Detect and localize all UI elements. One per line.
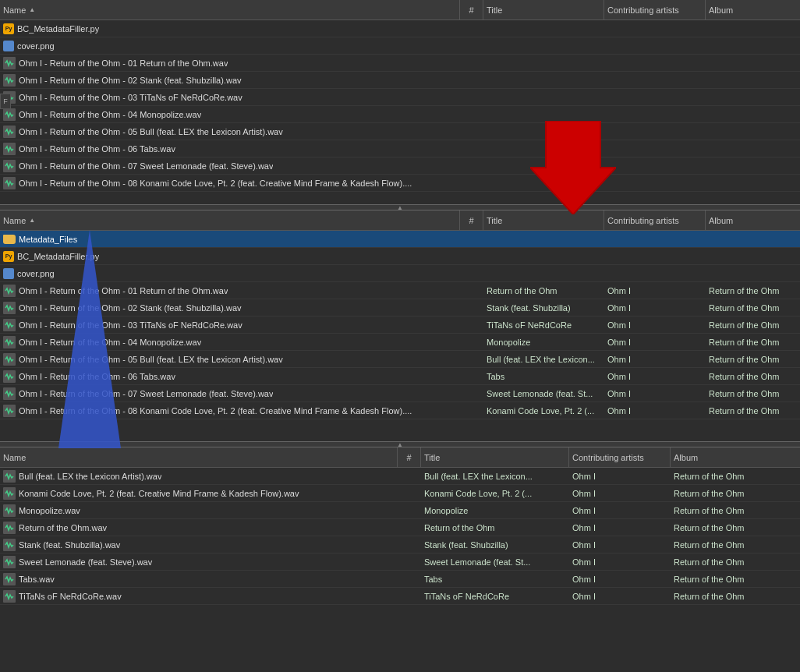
wav-icon-p3b [3, 487, 16, 500]
panel3-hash-col-label: # [406, 453, 411, 462]
panel3-row-5[interactable]: Stank (feat. Shubzilla).wav Stank (feat.… [0, 536, 800, 554]
wav-icon-p3c [3, 504, 16, 517]
panel2-row-py[interactable]: Py BC_MetadataFiller.py [0, 248, 800, 265]
folder-icon [3, 235, 16, 244]
panel1-row-5[interactable]: Ohm I - Return of the Ohm - 04 Monopoliz… [0, 106, 800, 123]
wav-icon-p2e [3, 353, 16, 366]
panel2-folder-name: Metadata_Files [19, 235, 77, 244]
panel2-sort-arrow: ▲ [29, 217, 35, 224]
png-icon-2 [3, 268, 14, 279]
panel2-row-wav8[interactable]: Ohm I - Return of the Ohm - 08 Konami Co… [0, 402, 800, 419]
panel2-row-wav2[interactable]: Ohm I - Return of the Ohm - 02 Stank (fe… [0, 299, 800, 317]
panel1-row9-name: Ohm I - Return of the Ohm - 08 Konami Co… [19, 179, 412, 188]
panel3-row2-name: Konami Code Love, Pt. 2 (feat. Creative … [19, 489, 299, 498]
wav-icon [3, 143, 16, 155]
panel-2: Name ▲ # Title Contributing artists Albu… [0, 210, 800, 441]
wav-icon [3, 108, 16, 121]
panel2-row-png-name: cover.png [17, 269, 55, 278]
panel1-title-col-label: Title [487, 5, 502, 15]
wav-icon-p2c [3, 319, 16, 331]
wav-icon-p2h [3, 405, 16, 417]
panel1-row8-name: Ohm I - Return of the Ohm - 07 Sweet Lem… [19, 161, 273, 171]
wav-icon-p3f [3, 556, 16, 568]
wav-icon [3, 160, 16, 172]
panel3-row-2[interactable]: Konami Code Love, Pt. 2 (feat. Creative … [0, 485, 800, 502]
panel1-row1-name: cover.png [17, 41, 55, 51]
panel-3: Name # Title Contributing artists Album … [0, 447, 800, 672]
panel2-row-wav4[interactable]: Ohm I - Return of the Ohm - 04 Monopoliz… [0, 334, 800, 351]
wav-icon-p2g [3, 387, 16, 400]
panel1-row4-name: Ohm I - Return of the Ohm - 03 TiTaNs oF… [19, 93, 242, 102]
panel1-file-list: Py BC_MetadataFiller.py cover.png [0, 20, 800, 192]
panel2-row-wav1[interactable]: Ohm I - Return of the Ohm - 01 Return of… [0, 282, 800, 299]
panel1-row-2[interactable]: Ohm I - Return of the Ohm - 01 Return of… [0, 55, 800, 72]
py-icon: Py [3, 23, 14, 34]
panel2-artists-col-label: Contributing artists [607, 216, 679, 225]
panel1-row5-name: Ohm I - Return of the Ohm - 04 Monopoliz… [19, 110, 201, 119]
panel1-header: Name ▲ # Title Contributing artists Albu… [0, 0, 800, 20]
panel2-wav1-name: Ohm I - Return of the Ohm - 01 Return of… [19, 286, 228, 295]
wav-icon-p3a [3, 470, 16, 483]
panel3-row-3[interactable]: Monopolize.wav Monopolize Ohm I Return o… [0, 502, 800, 519]
panel2-header: Name ▲ # Title Contributing artists Albu… [0, 210, 800, 231]
panel1-row-7[interactable]: Ohm I - Return of the Ohm - 06 Tabs.wav [0, 140, 800, 157]
wav-icon-p3d [3, 522, 16, 534]
wav-icon-p2b [3, 302, 16, 314]
panel2-row-wav7[interactable]: Ohm I - Return of the Ohm - 07 Sweet Lem… [0, 385, 800, 402]
panel3-row-7[interactable]: Tabs.wav Tabs Ohm I Return of the Ohm [0, 571, 800, 588]
panel1-sort-arrow: ▲ [29, 6, 35, 13]
panel3-row6-name: Sweet Lemonade (feat. Steve).wav [19, 557, 152, 567]
wav-icon-p2f [3, 370, 16, 383]
panel3-row7-name: Tabs.wav [19, 575, 55, 584]
panel3-row4-name: Return of the Ohm.wav [19, 523, 107, 532]
panel2-row-wav5[interactable]: Ohm I - Return of the Ohm - 05 Bull (fea… [0, 351, 800, 368]
panel2-row-wav6[interactable]: Ohm I - Return of the Ohm - 06 Tabs.wav … [0, 368, 800, 385]
panel3-artists-col-label: Contributing artists [572, 453, 644, 462]
panel3-row5-name: Stank (feat. Shubzilla).wav [19, 540, 120, 550]
wav-icon [3, 57, 16, 69]
png-icon [3, 41, 14, 51]
panel3-name-col-label: Name [3, 453, 26, 462]
panel3-row-4[interactable]: Return of the Ohm.wav Return of the Ohm … [0, 519, 800, 536]
panel1-row0-name: BC_MetadataFiller.py [17, 24, 99, 34]
panel1-album-col-label: Album [709, 5, 733, 15]
panel2-row-png[interactable]: cover.png [0, 265, 800, 282]
panel2-hash-col-label: # [469, 216, 473, 225]
panel2-wav6-name: Ohm I - Return of the Ohm - 06 Tabs.wav [19, 372, 175, 381]
panel2-album-col-label: Album [709, 216, 733, 225]
panel1-panel2-divider[interactable]: ▲ [0, 204, 800, 210]
panel2-row-folder[interactable]: Metadata_Files [0, 231, 800, 248]
wav-icon-p3g [3, 573, 16, 585]
wav-icon [3, 74, 16, 87]
panel3-row1-name: Bull (feat. LEX the Lexicon Artist).wav [19, 472, 161, 481]
panel2-wav5-name: Ohm I - Return of the Ohm - 05 Bull (fea… [19, 355, 283, 364]
panel1-row-4[interactable]: Ohm I - Return of the Ohm - 03 TiTaNs oF… [0, 89, 800, 106]
panel3-title-col-label: Title [424, 453, 440, 462]
panel2-wav4-name: Ohm I - Return of the Ohm - 04 Monopoliz… [19, 338, 201, 347]
panel1-row-6[interactable]: Ohm I - Return of the Ohm - 05 Bull (fea… [0, 123, 800, 140]
py-icon-2: Py [3, 251, 14, 262]
wav-icon-p3e [3, 539, 16, 551]
wav-icon [3, 126, 16, 138]
panel1-artists-col-label: Contributing artists [607, 5, 679, 15]
panel3-row-8[interactable]: TiTaNs oF NeRdCoRe.wav TiTaNs oF NeRdCoR… [0, 588, 800, 605]
panel1-row-8[interactable]: Ohm I - Return of the Ohm - 07 Sweet Lem… [0, 157, 800, 175]
panel3-row8-name: TiTaNs oF NeRdCoRe.wav [19, 592, 122, 601]
panel1-row-9[interactable]: Ohm I - Return of the Ohm - 08 Konami Co… [0, 175, 800, 192]
wav-icon-p3h [3, 590, 16, 603]
panel1-row-0[interactable]: Py BC_MetadataFiller.py [0, 20, 800, 37]
panel2-wav3-name: Ohm I - Return of the Ohm - 03 TiTaNs oF… [19, 320, 242, 330]
panel3-row3-name: Monopolize.wav [19, 506, 80, 515]
panel3-row-6[interactable]: Sweet Lemonade (feat. Steve).wav Sweet L… [0, 554, 800, 571]
panel2-row-wav3[interactable]: Ohm I - Return of the Ohm - 03 TiTaNs oF… [0, 317, 800, 334]
panel2-title-col-label: Title [487, 216, 502, 225]
panel1-row-3[interactable]: Ohm I - Return of the Ohm - 02 Stank (fe… [0, 72, 800, 89]
panel3-header: Name # Title Contributing artists Album [0, 447, 800, 468]
panel2-panel3-divider[interactable]: ▲ [0, 441, 800, 447]
panel3-row-1[interactable]: Bull (feat. LEX the Lexicon Artist).wav … [0, 468, 800, 485]
panel2-wav8-name: Ohm I - Return of the Ohm - 08 Konami Co… [19, 406, 412, 416]
panel1-row-1[interactable]: cover.png [0, 37, 800, 55]
panel2-row-py-name: BC_MetadataFiller.py [17, 252, 99, 261]
panel1-row7-name: Ohm I - Return of the Ohm - 06 Tabs.wav [19, 144, 175, 154]
panel2-wav2-name: Ohm I - Return of the Ohm - 02 Stank (fe… [19, 303, 242, 313]
